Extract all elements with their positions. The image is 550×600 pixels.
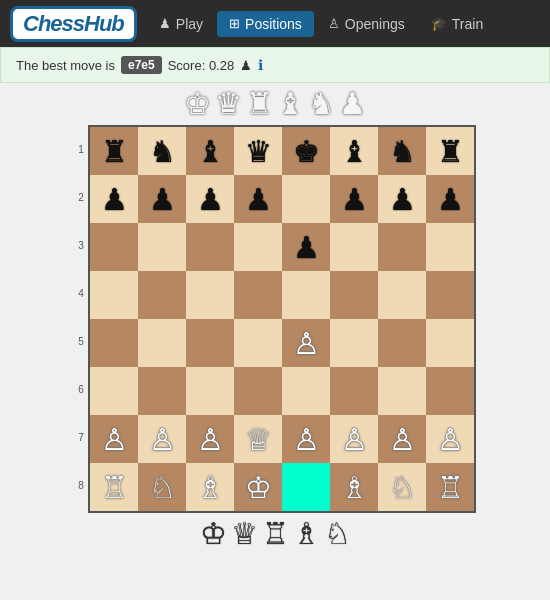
bottom-piece-queen: ♕ <box>231 519 258 549</box>
bottom-piece-knight: ♘ <box>324 519 351 549</box>
square-h7[interactable]: ♟ <box>426 175 474 223</box>
square-g7[interactable]: ♟ <box>378 175 426 223</box>
rank-5: 5 <box>74 317 88 365</box>
square-f5[interactable] <box>330 271 378 319</box>
square-d7[interactable]: ♟ <box>234 175 282 223</box>
square-b1[interactable]: ♘ <box>138 463 186 511</box>
piece-BP-d7: ♟ <box>245 182 272 217</box>
square-h1[interactable]: ♖ <box>426 463 474 511</box>
square-g3[interactable] <box>378 367 426 415</box>
square-e1[interactable] <box>282 463 330 511</box>
nav-play[interactable]: ♟ Play <box>147 11 215 37</box>
piece-WB-f1: ♗ <box>341 470 368 505</box>
square-a7[interactable]: ♟ <box>90 175 138 223</box>
piece-WP-f2: ♙ <box>341 422 368 457</box>
square-c2[interactable]: ♙ <box>186 415 234 463</box>
piece-BP-b7: ♟ <box>149 182 176 217</box>
piece-WN-b1: ♘ <box>149 470 176 505</box>
top-piece-queen: ♛ <box>215 89 242 119</box>
square-b6[interactable] <box>138 223 186 271</box>
piece-BP-h7: ♟ <box>437 182 464 217</box>
square-g1[interactable]: ♘ <box>378 463 426 511</box>
piece-BP-e6: ♟ <box>293 230 320 265</box>
square-b5[interactable] <box>138 271 186 319</box>
nav-openings-label: Openings <box>345 16 405 32</box>
square-e5[interactable] <box>282 271 330 319</box>
piece-BP-g7: ♟ <box>389 182 416 217</box>
nav-positions[interactable]: ⊞ Positions <box>217 11 314 37</box>
nav-openings[interactable]: ♙ Openings <box>316 11 417 37</box>
square-f3[interactable] <box>330 367 378 415</box>
square-f2[interactable]: ♙ <box>330 415 378 463</box>
square-e4[interactable]: ♙ <box>282 319 330 367</box>
square-g4[interactable] <box>378 319 426 367</box>
square-d3[interactable] <box>234 367 282 415</box>
train-icon: 🎓 <box>431 16 447 31</box>
best-move-badge: e7e5 <box>121 56 162 74</box>
square-d4[interactable] <box>234 319 282 367</box>
square-g5[interactable] <box>378 271 426 319</box>
chess-board[interactable]: ♜♞♝♛♚♝♞♜♟♟♟♟♟♟♟♟♙♙♙♙♕♙♙♙♙♖♘♗♔♗♘♖ <box>88 125 476 513</box>
square-b3[interactable] <box>138 367 186 415</box>
square-e7[interactable] <box>282 175 330 223</box>
square-c1[interactable]: ♗ <box>186 463 234 511</box>
square-f1[interactable]: ♗ <box>330 463 378 511</box>
piece-BP-c7: ♟ <box>197 182 224 217</box>
square-e8[interactable]: ♚ <box>282 127 330 175</box>
square-f7[interactable]: ♟ <box>330 175 378 223</box>
piece-WR-h1: ♖ <box>437 470 464 505</box>
board-container: 1 2 3 4 5 6 7 8 ♜♞♝♛♚♝♞♜♟♟♟♟♟♟♟♟♙♙♙♙♕♙♙♙… <box>0 125 550 513</box>
square-d5[interactable] <box>234 271 282 319</box>
info-icon[interactable]: ℹ <box>258 57 263 73</box>
nav-train[interactable]: 🎓 Train <box>419 11 495 37</box>
square-e3[interactable] <box>282 367 330 415</box>
square-d2[interactable]: ♕ <box>234 415 282 463</box>
nav-positions-label: Positions <box>245 16 302 32</box>
logo[interactable]: ChessHub <box>10 6 137 42</box>
square-h5[interactable] <box>426 271 474 319</box>
square-a4[interactable] <box>90 319 138 367</box>
square-f8[interactable]: ♝ <box>330 127 378 175</box>
square-d1[interactable]: ♔ <box>234 463 282 511</box>
square-d8[interactable]: ♛ <box>234 127 282 175</box>
square-h4[interactable] <box>426 319 474 367</box>
square-h2[interactable]: ♙ <box>426 415 474 463</box>
square-b8[interactable]: ♞ <box>138 127 186 175</box>
score-icon: ♟ <box>240 58 252 73</box>
square-f4[interactable] <box>330 319 378 367</box>
square-e2[interactable]: ♙ <box>282 415 330 463</box>
square-c5[interactable] <box>186 271 234 319</box>
square-c8[interactable]: ♝ <box>186 127 234 175</box>
rank-2: 2 <box>74 173 88 221</box>
square-a6[interactable] <box>90 223 138 271</box>
square-a2[interactable]: ♙ <box>90 415 138 463</box>
square-e6[interactable]: ♟ <box>282 223 330 271</box>
square-g6[interactable] <box>378 223 426 271</box>
square-h6[interactable] <box>426 223 474 271</box>
piece-BR-h8: ♜ <box>437 134 464 169</box>
square-c4[interactable] <box>186 319 234 367</box>
square-c3[interactable] <box>186 367 234 415</box>
square-c7[interactable]: ♟ <box>186 175 234 223</box>
bottom-piece-rook: ♖ <box>262 519 289 549</box>
square-c6[interactable] <box>186 223 234 271</box>
square-d6[interactable] <box>234 223 282 271</box>
square-h3[interactable] <box>426 367 474 415</box>
top-pieces-row: ♚ ♛ ♜ ♝ ♞ ♟ <box>0 83 550 125</box>
square-a3[interactable] <box>90 367 138 415</box>
square-a1[interactable]: ♖ <box>90 463 138 511</box>
square-a5[interactable] <box>90 271 138 319</box>
square-g2[interactable]: ♙ <box>378 415 426 463</box>
piece-WR-a1: ♖ <box>101 470 128 505</box>
square-h8[interactable]: ♜ <box>426 127 474 175</box>
square-b2[interactable]: ♙ <box>138 415 186 463</box>
square-a8[interactable]: ♜ <box>90 127 138 175</box>
square-b4[interactable] <box>138 319 186 367</box>
square-b7[interactable]: ♟ <box>138 175 186 223</box>
square-f6[interactable] <box>330 223 378 271</box>
square-g8[interactable]: ♞ <box>378 127 426 175</box>
piece-BK-e8: ♚ <box>293 134 320 169</box>
piece-BN-g8: ♞ <box>389 134 416 169</box>
piece-BB-f8: ♝ <box>341 134 368 169</box>
rank-labels: 1 2 3 4 5 6 7 8 <box>74 125 88 509</box>
